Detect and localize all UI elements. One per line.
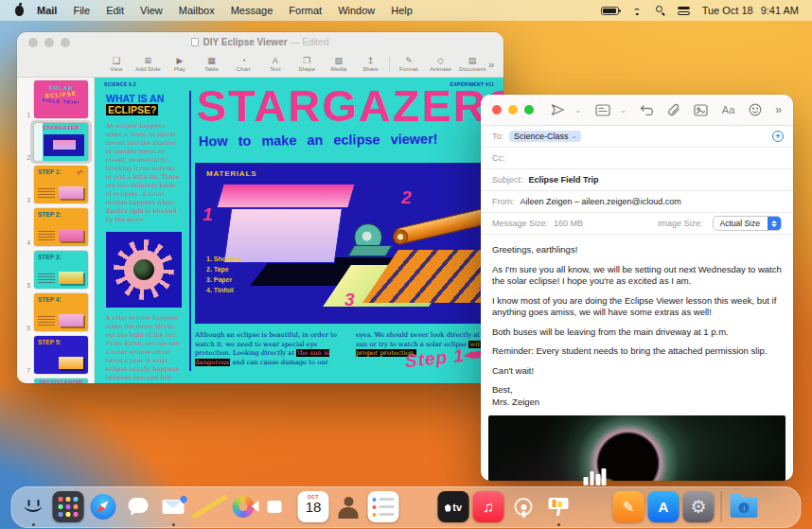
table-button[interactable]: ▦Table xyxy=(196,56,228,73)
dock-calendar[interactable]: OCT18 xyxy=(298,491,329,525)
format-button[interactable]: ✎Format xyxy=(393,56,425,73)
dock-contacts[interactable] xyxy=(333,491,364,525)
running-indicator xyxy=(172,523,175,526)
search-icon[interactable] xyxy=(656,6,665,15)
slide-thumbnail-6[interactable]: 6 STEP 4: xyxy=(17,293,95,331)
dock-pages[interactable]: ✎ xyxy=(613,491,644,525)
dock-downloads[interactable]: ↓ xyxy=(729,491,760,525)
menu-item-message[interactable]: Message xyxy=(231,5,274,16)
media-button[interactable]: ▨Media xyxy=(323,56,355,73)
menu-item-file[interactable]: File xyxy=(73,5,90,16)
toolbar-overflow-button[interactable]: » xyxy=(488,59,494,70)
dock-settings[interactable]: ⚙ xyxy=(683,491,715,525)
eclipse-photo-attachment[interactable] xyxy=(488,415,786,481)
mail-traffic-lights[interactable] xyxy=(492,105,534,115)
control-center-icon[interactable] xyxy=(678,7,690,15)
slide-thumbnail-7[interactable]: 7 STEP 5: xyxy=(17,336,95,374)
menu-bar-date: Tue Oct 18 xyxy=(702,5,753,16)
dock-trash[interactable] xyxy=(764,491,795,525)
dock-launchpad[interactable] xyxy=(53,491,84,525)
dock-keynote[interactable] xyxy=(543,491,574,525)
menu-item-format[interactable]: Format xyxy=(289,5,322,16)
shape-button[interactable]: ❐Shape xyxy=(291,56,323,73)
add-slide-button[interactable]: ⊞Add Slide xyxy=(132,56,165,73)
text-button[interactable]: AText xyxy=(259,56,291,73)
undo-button[interactable] xyxy=(640,104,654,115)
photo-browser-button[interactable] xyxy=(694,104,708,116)
menu-item-mailbox[interactable]: Mailbox xyxy=(179,5,215,16)
slide-subhead: How to make an eclipse viewer! xyxy=(199,132,438,150)
view-button[interactable]: ❑View xyxy=(100,56,132,73)
dock-maps[interactable] xyxy=(193,491,224,525)
slide-thumbnail-2-selected[interactable]: 2 STARGAZER xyxy=(17,123,95,161)
battery-icon[interactable] xyxy=(601,7,619,15)
slide-thumbnail-3[interactable]: 3 STEP 1: ✂ xyxy=(17,166,95,203)
apple-logo-icon[interactable] xyxy=(15,6,24,16)
close-button[interactable] xyxy=(492,105,502,115)
menu-item-mail[interactable]: Mail xyxy=(37,5,57,16)
media-icon: ▨ xyxy=(335,56,344,65)
slide-canvas[interactable]: SCIENCE 6.2 EXPERIMENT #11 WHAT IS AN EC… xyxy=(95,78,503,383)
token-chevron-icon: ⌄ xyxy=(572,132,577,140)
recipient-token[interactable]: Science-Class⌄ xyxy=(509,131,581,142)
dock-numbers[interactable] xyxy=(578,491,609,525)
attach-button[interactable] xyxy=(668,103,680,116)
dock-notes[interactable] xyxy=(403,491,434,525)
document-panel-icon: ▤ xyxy=(468,56,477,65)
send-options-chevron-icon[interactable]: ⌄ xyxy=(574,106,581,115)
to-field[interactable]: To: Science-Class⌄ + xyxy=(481,126,793,148)
launchpad-icon xyxy=(53,491,84,522)
message-body[interactable]: Greetings, earthlings! As I'm sure you a… xyxy=(481,235,793,408)
header-fields-button[interactable] xyxy=(595,104,610,116)
toolbar-overflow-button[interactable]: » xyxy=(775,103,782,116)
emoji-button[interactable] xyxy=(749,103,762,116)
body-paragraph: Best, Mrs. Zeigen xyxy=(492,384,782,408)
body-paragraph: I know most of you are doing the Eclipse… xyxy=(492,295,782,319)
menu-item-edit[interactable]: Edit xyxy=(106,5,124,16)
zoom-button[interactable] xyxy=(524,105,534,115)
wifi-icon[interactable] xyxy=(631,6,644,15)
document-button[interactable]: ▤Document xyxy=(456,56,488,73)
eclipse-paragraph-2: A solar eclipse happens when the moon bl… xyxy=(106,314,184,383)
system-settings-icon: ⚙ xyxy=(683,491,715,522)
slide-navigator[interactable]: 1 SOLAR ECLIPSE FIELD TRIP! 2 STARGAZER … xyxy=(17,78,95,383)
dock-podcasts[interactable] xyxy=(508,491,539,525)
dock-finder[interactable] xyxy=(18,491,49,525)
slide-thumbnail-8[interactable]: DID YOU KNOW xyxy=(17,379,95,383)
add-recipient-button[interactable]: + xyxy=(772,131,784,142)
image-size-select[interactable]: Actual Size xyxy=(713,216,782,231)
menu-item-window[interactable]: Window xyxy=(338,5,375,16)
share-button[interactable]: ↥Share xyxy=(355,56,387,73)
dock-appletv[interactable]: tv xyxy=(438,491,469,525)
dock-safari[interactable] xyxy=(88,491,119,525)
minimize-button[interactable] xyxy=(508,105,518,115)
subject-field[interactable]: Subject: Eclipse Field Trip xyxy=(481,169,793,191)
send-button[interactable] xyxy=(551,103,565,116)
app-store-icon: A xyxy=(648,491,680,522)
dock-music[interactable]: ♫ xyxy=(473,491,504,525)
dock-facetime[interactable] xyxy=(263,491,294,525)
body-paragraph: Reminder: Every student needs to bring t… xyxy=(492,345,782,358)
menu-item-help[interactable]: Help xyxy=(391,5,413,16)
slide-thumbnail-1[interactable]: 1 SOLAR ECLIPSE FIELD TRIP! xyxy=(17,80,95,118)
chart-button[interactable]: ◔Chart xyxy=(227,56,259,73)
format-button[interactable]: Aa xyxy=(722,104,734,115)
materials-number-1: 1 xyxy=(203,204,213,225)
dock-reminders[interactable] xyxy=(368,491,399,525)
from-field[interactable]: From: Aileen Zeigen – aileen.zeigen@iclo… xyxy=(481,191,793,213)
menu-bar-clock[interactable]: Tue Oct 18 9:41 AM xyxy=(702,5,799,16)
slide-thumbnail-5[interactable]: 5 STEP 3: xyxy=(17,251,95,289)
slide-thumbnail-4[interactable]: 4 STEP 2: xyxy=(17,208,95,246)
animate-button[interactable]: ◇Animate xyxy=(425,56,457,73)
play-button[interactable]: ▶Play xyxy=(164,56,196,73)
header-fields-chevron-icon[interactable]: ⌄ xyxy=(620,106,627,115)
dock-appstore[interactable]: A xyxy=(648,491,680,525)
dock-messages[interactable] xyxy=(123,491,154,525)
menu-item-view[interactable]: View xyxy=(140,5,163,16)
table-icon: ▦ xyxy=(207,56,216,65)
eclipse-paragraph-1: An eclipse happens when a moon or planet… xyxy=(106,122,184,224)
cc-field[interactable]: Cc: xyxy=(481,148,793,169)
pages-icon: ✎ xyxy=(613,491,644,522)
keynote-title-bar[interactable]: DIY Eclipse Viewer — Edited xyxy=(17,32,503,52)
mail-toolbar[interactable]: ⌄ ⌄ Aa » xyxy=(481,95,793,126)
